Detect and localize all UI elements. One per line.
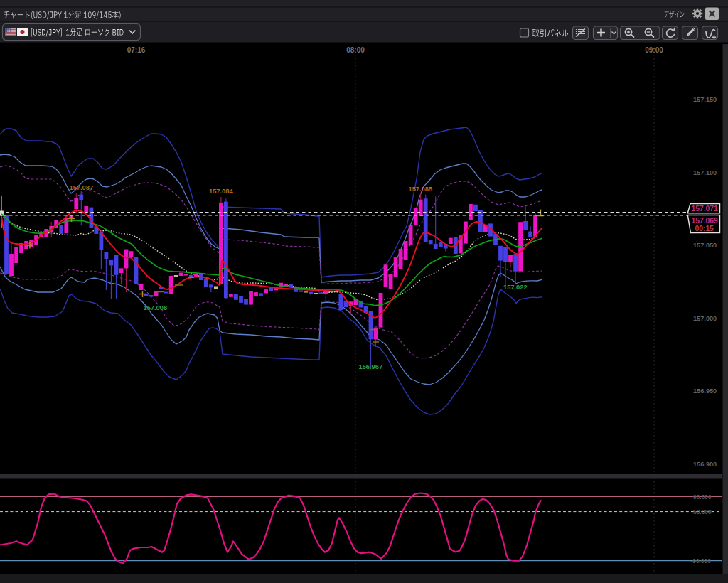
svg-text:157.100: 157.100 (693, 169, 717, 176)
svg-text:157.022: 157.022 (503, 284, 528, 291)
svg-text:157.085: 157.085 (409, 186, 433, 193)
svg-text:08:00: 08:00 (346, 46, 365, 54)
svg-text:157.008: 157.008 (144, 304, 168, 311)
svg-text:-90.000: -90.000 (691, 557, 712, 565)
svg-text:157.087: 157.087 (70, 184, 94, 191)
svg-text:157.000: 157.000 (693, 315, 717, 322)
svg-text:156.950: 156.950 (693, 387, 717, 395)
svg-text:157.069: 157.069 (692, 217, 718, 225)
svg-text:09:00: 09:00 (645, 46, 663, 54)
svg-text:00:15: 00:15 (695, 225, 714, 232)
svg-text:50.000: 50.000 (693, 508, 712, 515)
svg-text:157.150: 157.150 (693, 96, 717, 103)
svg-text:90.000: 90.000 (693, 493, 712, 501)
svg-text:157.071: 157.071 (692, 205, 718, 213)
svg-text:157.050: 157.050 (693, 242, 717, 249)
svg-text:156.900: 156.900 (693, 461, 717, 468)
svg-text:157.084: 157.084 (209, 188, 233, 195)
svg-text:07:16: 07:16 (127, 46, 146, 54)
svg-text:156.967: 156.967 (359, 363, 383, 370)
